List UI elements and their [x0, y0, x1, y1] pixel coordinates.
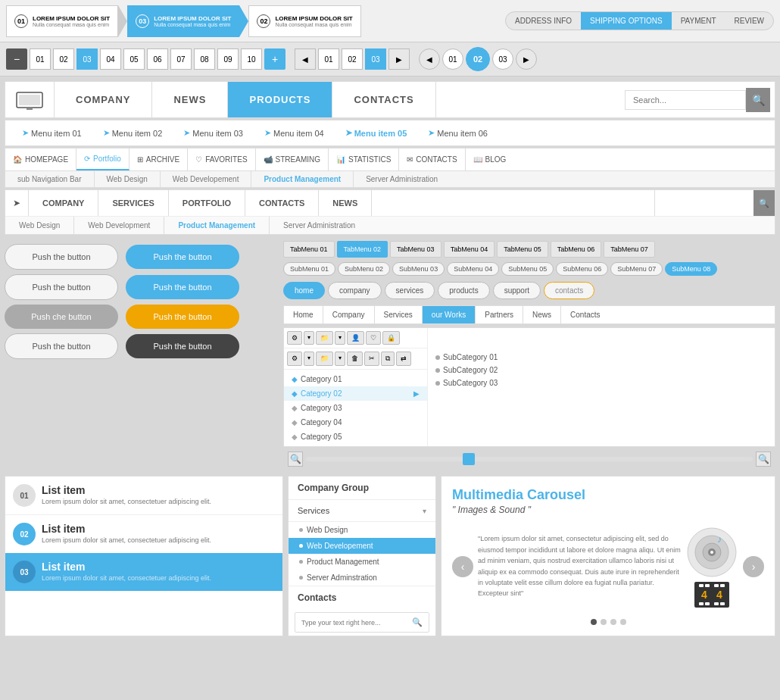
- pag1-prev[interactable]: −: [6, 48, 27, 70]
- pag1-10[interactable]: 10: [241, 48, 262, 70]
- second-sub-0[interactable]: Web Design: [5, 217, 74, 234]
- folder-dropdown-2[interactable]: ▾: [335, 352, 345, 366]
- btn-outline-1[interactable]: Push the button: [5, 244, 118, 270]
- cat-05[interactable]: ◆Category 05: [284, 430, 427, 444]
- dot-4[interactable]: [620, 619, 626, 625]
- cut-btn[interactable]: ✂: [364, 352, 379, 366]
- subnav-contacts[interactable]: ✉CONTACTS: [399, 148, 465, 170]
- tabmenu-01[interactable]: TabMenu 01: [283, 241, 335, 258]
- horiz-news[interactable]: News: [523, 306, 561, 323]
- submenu-04[interactable]: SubMenu 04: [447, 262, 499, 276]
- wizard-step-1[interactable]: 01 LOREM IPSUM DOLOR SIT Nulla consequat…: [6, 5, 118, 37]
- subnav-favorites[interactable]: ♡FAVORITES: [188, 148, 255, 170]
- pag3-03[interactable]: 03: [492, 48, 513, 70]
- gear-dropdown-2[interactable]: ▾: [304, 352, 314, 366]
- second-search-button[interactable]: 🔍: [753, 190, 775, 216]
- pag2-03[interactable]: 03: [365, 48, 386, 70]
- second-nav-company[interactable]: COMPANY: [29, 190, 98, 216]
- tabmenu-07[interactable]: TabMenu 07: [604, 241, 655, 258]
- menu-item-3[interactable]: ➤Menu item 03: [173, 125, 254, 141]
- pill-products[interactable]: products: [438, 282, 489, 299]
- menu-item-1[interactable]: ➤Menu item 01: [11, 125, 92, 141]
- pill-services[interactable]: services: [385, 282, 435, 299]
- dot-3[interactable]: [610, 619, 616, 625]
- main-search-input[interactable]: [625, 90, 746, 110]
- btn-blue-2[interactable]: Push the button: [126, 275, 239, 299]
- subcat-01[interactable]: SubCategory 01: [435, 351, 767, 364]
- cat-04[interactable]: ◆Category 04: [284, 415, 427, 430]
- menu-item-6[interactable]: ➤Menu item 06: [417, 125, 498, 141]
- main-nav-tab-company[interactable]: COMPANY: [55, 82, 152, 117]
- second-nav-contacts[interactable]: CONTACTS: [245, 190, 319, 216]
- gear-btn-2[interactable]: ⚙: [287, 352, 302, 366]
- sidebar-expandable[interactable]: Services ▾: [289, 500, 435, 522]
- subnav-statistics[interactable]: 📊STATISTICS: [329, 148, 399, 170]
- sidebar-search-input[interactable]: [301, 619, 412, 627]
- cat-01[interactable]: ◆Category 01: [284, 372, 427, 386]
- move-btn[interactable]: ⇄: [396, 352, 411, 366]
- dot-1[interactable]: [591, 619, 597, 625]
- subnav-sub-1[interactable]: Web Design: [95, 171, 161, 187]
- pill-company[interactable]: company: [328, 282, 382, 299]
- sidebar-sub-webdev[interactable]: Web Developement: [289, 538, 435, 554]
- subnav-sub-2[interactable]: Web Developement: [161, 171, 252, 187]
- folder-btn-1[interactable]: 📁: [316, 331, 333, 345]
- subnav-portfolio[interactable]: ⟳Portfolio: [76, 148, 129, 170]
- lock-btn[interactable]: 🔒: [382, 331, 400, 345]
- pag3-next[interactable]: ▶: [516, 48, 537, 70]
- zoom-out-button[interactable]: 🔍: [288, 452, 303, 467]
- pag1-01[interactable]: 01: [30, 48, 51, 70]
- subnav-blog[interactable]: 📖BLOG: [466, 148, 514, 170]
- gear-btn-1[interactable]: ⚙: [287, 331, 302, 345]
- btn-yellow-3[interactable]: Push the button: [126, 305, 239, 329]
- horiz-contacts[interactable]: Contacts: [561, 306, 609, 323]
- pag1-09[interactable]: 09: [217, 48, 239, 70]
- sidebar-search-icon[interactable]: 🔍: [412, 617, 423, 627]
- second-nav-news[interactable]: NEWS: [319, 190, 372, 216]
- pag1-next[interactable]: +: [264, 48, 285, 70]
- heart-btn[interactable]: ♡: [366, 331, 381, 345]
- pag2-next[interactable]: ▶: [388, 48, 410, 70]
- main-nav-tab-news[interactable]: NEWS: [152, 82, 228, 117]
- second-nav-portfolio[interactable]: PORTFOLIO: [169, 190, 245, 216]
- subnav-streaming[interactable]: 📹STREAMING: [256, 148, 329, 170]
- wizard-step-2[interactable]: 03 LOREM IPSUM DOLOR SIT Nulla consequat…: [127, 5, 239, 37]
- submenu-05[interactable]: SubMenu 05: [501, 262, 554, 276]
- second-nav-services[interactable]: SERVICES: [98, 190, 168, 216]
- horiz-partners[interactable]: Partners: [476, 306, 523, 323]
- tabmenu-03[interactable]: TabMenu 03: [390, 241, 441, 258]
- pag3-02[interactable]: 02: [466, 47, 490, 71]
- tabmenu-06[interactable]: TabMenu 06: [551, 241, 602, 258]
- subnav-archive[interactable]: ⊞ARCHIVE: [129, 148, 188, 170]
- folder-btn-2[interactable]: 📁: [316, 352, 333, 366]
- main-nav-tab-contacts[interactable]: CONTACTS: [332, 82, 435, 117]
- wizard-step-3[interactable]: 02 LOREM IPSUM DOLOR SIT Nulla consequat…: [248, 5, 360, 37]
- sidebar-sub-productmgmt[interactable]: Product Management: [289, 554, 435, 570]
- subcat-02[interactable]: SubCategory 02: [435, 364, 767, 377]
- pag1-05[interactable]: 05: [123, 48, 145, 70]
- pag2-prev[interactable]: ◀: [295, 48, 316, 70]
- btn-outline-2[interactable]: Push the button: [5, 274, 118, 300]
- pill-support[interactable]: support: [493, 282, 541, 299]
- btn-outline-4[interactable]: Push the button: [5, 333, 118, 359]
- carousel-next-button[interactable]: ›: [743, 556, 764, 577]
- horiz-company[interactable]: Company: [323, 306, 375, 323]
- wizard-tab-address[interactable]: ADDRESS INFO: [506, 12, 581, 30]
- second-sub-1[interactable]: Web Development: [74, 217, 164, 234]
- subcat-03[interactable]: SubCategory 03: [435, 377, 767, 389]
- sidebar-sub-serveradmin[interactable]: Server Adminstration: [289, 570, 435, 586]
- pill-contacts[interactable]: contacts: [544, 282, 594, 299]
- btn-gray-3[interactable]: Push che button: [5, 305, 118, 329]
- gear-dropdown-1[interactable]: ▾: [304, 331, 314, 345]
- main-search-button[interactable]: 🔍: [746, 88, 770, 112]
- pag1-07[interactable]: 07: [170, 48, 192, 70]
- horiz-home[interactable]: Home: [284, 306, 323, 323]
- dot-2[interactable]: [601, 619, 607, 625]
- submenu-06[interactable]: SubMenu 06: [556, 262, 608, 276]
- zoom-in-button[interactable]: 🔍: [756, 452, 771, 467]
- menu-item-4[interactable]: ➤Menu item 04: [254, 125, 335, 141]
- wizard-tab-review[interactable]: REVIEW: [725, 12, 773, 30]
- cat-02[interactable]: ◆Category 02▶: [284, 386, 427, 401]
- folder-dropdown-1[interactable]: ▾: [335, 331, 345, 345]
- pag1-03[interactable]: 03: [76, 48, 98, 70]
